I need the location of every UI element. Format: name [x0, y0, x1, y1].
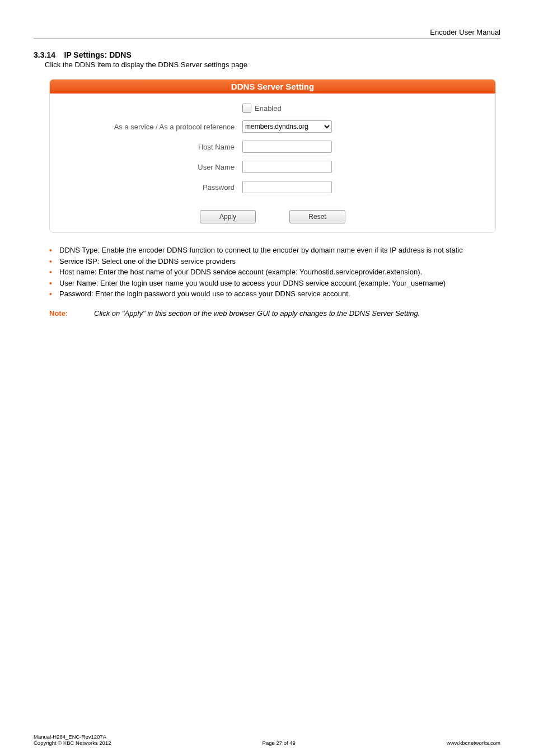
reset-button[interactable]: Reset	[289, 210, 345, 223]
note-text: Click on "Apply" in this section of the …	[94, 309, 500, 318]
username-input[interactable]	[242, 161, 332, 173]
enabled-checkbox[interactable]	[242, 104, 251, 113]
header-title: Encoder User Manual	[430, 28, 500, 36]
bullet-user-name: User Name: Enter the login user name you…	[49, 278, 500, 288]
service-label: As a service / As a protocol reference	[72, 123, 242, 131]
page-header: Encoder User Manual	[34, 28, 500, 39]
ddns-settings-panel: DDNS Server Setting Enabled As a service…	[49, 79, 496, 233]
password-label: Password	[72, 183, 242, 192]
enabled-label: Enabled	[255, 104, 282, 113]
panel-body: Enabled As a service / As a protocol ref…	[50, 94, 495, 204]
apply-button[interactable]: Apply	[200, 210, 256, 223]
hostname-label: Host Name	[72, 143, 242, 151]
password-row: Password	[72, 181, 473, 193]
bullet-ddns-type: DDNS Type: Enable the encoder DDNS funct…	[49, 245, 500, 255]
description-list: DDNS Type: Enable the encoder DDNS funct…	[49, 245, 500, 299]
bullet-service-isp: Service ISP: Select one of the DDNS serv…	[49, 256, 500, 267]
bullet-password: Password: Enter the login password you w…	[49, 289, 500, 299]
username-row: User Name	[72, 161, 473, 173]
panel-title: DDNS Server Setting	[50, 80, 495, 94]
section-subtitle: Click the DDNS item to display the DDNS …	[45, 60, 500, 69]
note-row: Note: Click on "Apply" in this section o…	[49, 309, 500, 318]
service-select[interactable]: members.dyndns.org	[242, 120, 332, 133]
hostname-input[interactable]	[242, 141, 332, 153]
note-label: Note:	[49, 309, 94, 318]
username-label: User Name	[72, 163, 242, 171]
password-input[interactable]	[242, 181, 332, 193]
enabled-row: Enabled	[72, 104, 473, 113]
bullet-host-name: Host name: Enter the host name of your D…	[49, 267, 500, 277]
section-title-text: IP Settings: DDNS	[64, 50, 132, 59]
service-row: As a service / As a protocol reference m…	[72, 120, 473, 133]
section-number: 3.3.14	[34, 50, 55, 59]
section-heading: 3.3.14 IP Settings: DDNS	[34, 50, 500, 59]
hostname-row: Host Name	[72, 141, 473, 153]
button-bar: Apply Reset	[50, 210, 495, 223]
